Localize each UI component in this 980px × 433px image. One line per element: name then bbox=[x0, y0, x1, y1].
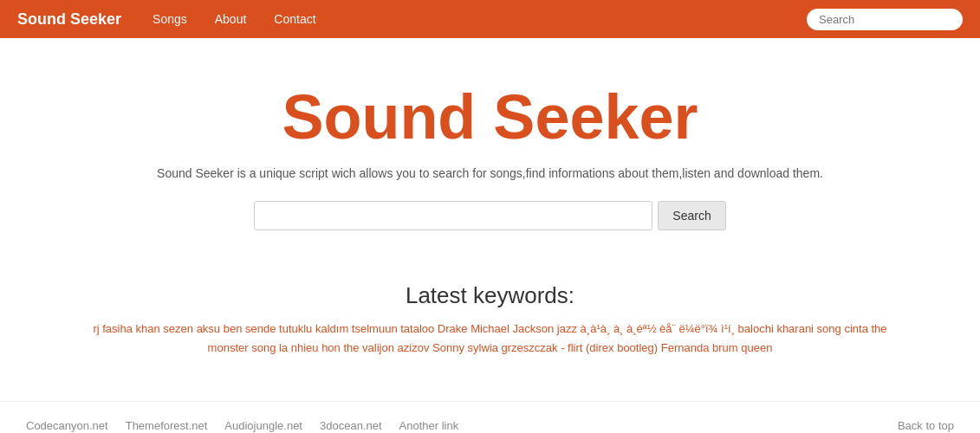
nav-songs[interactable]: Songs bbox=[139, 0, 201, 38]
footer-link-codecanyon[interactable]: Codecanyon.net bbox=[26, 419, 108, 432]
footer-links: Codecanyon.net Themeforest.net Audiojung… bbox=[26, 419, 954, 432]
nav-search-container bbox=[807, 9, 963, 30]
keywords-text: rj fasiha khan sezen aksu ben sende tutu… bbox=[79, 320, 902, 358]
hero-title: Sound Seeker bbox=[17, 81, 963, 152]
footer: Codecanyon.net Themeforest.net Audiojung… bbox=[0, 401, 980, 433]
nav-links: Songs About Contact bbox=[139, 0, 330, 38]
search-bar: Search bbox=[17, 201, 963, 230]
keywords-section: Latest keywords: rj fasiha khan sezen ak… bbox=[0, 256, 980, 375]
nav-search-input[interactable] bbox=[807, 9, 963, 30]
footer-link-3docean[interactable]: 3docean.net bbox=[320, 419, 382, 432]
hero-section: Sound Seeker Sound Seeker is a unique sc… bbox=[0, 38, 980, 256]
footer-link-audiojungle[interactable]: Audiojungle.net bbox=[224, 419, 302, 432]
footer-link-another[interactable]: Another link bbox=[399, 419, 459, 432]
nav-about[interactable]: About bbox=[201, 0, 261, 38]
navbar: Sound Seeker Songs About Contact bbox=[0, 0, 980, 38]
back-to-top[interactable]: Back to top bbox=[898, 419, 954, 432]
search-button[interactable]: Search bbox=[658, 201, 725, 230]
nav-brand: Sound Seeker bbox=[17, 10, 121, 29]
nav-contact[interactable]: Contact bbox=[260, 0, 329, 38]
footer-link-themeforest[interactable]: Themeforest.net bbox=[126, 419, 208, 432]
hero-description: Sound Seeker is a unique script wich all… bbox=[17, 166, 963, 180]
search-input[interactable] bbox=[254, 201, 652, 230]
keywords-heading: Latest keywords: bbox=[17, 282, 963, 309]
